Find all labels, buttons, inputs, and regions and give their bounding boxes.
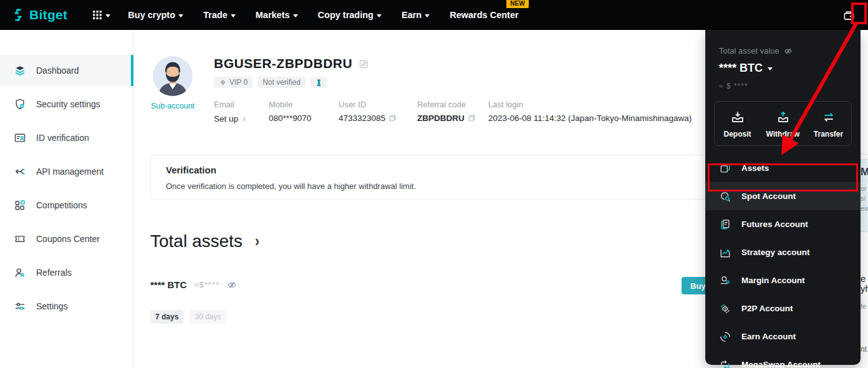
assets-wallet-icon [719,162,731,175]
pawn-badge[interactable] [311,77,327,88]
menu-buy-crypto[interactable]: Buy crypto [128,10,183,20]
panel-item-spot-account[interactable]: Spot Account [705,182,861,210]
sidebar-item-id-verification[interactable]: ID verification [0,122,133,153]
menu-earn[interactable]: Earn [402,10,430,20]
sidebar-item-label: Dashboard [36,65,79,75]
profile-fields: Email Set up Mobile 080***9070 User ID 4… [214,100,692,123]
earn-cycle-icon [719,331,731,343]
panel-item-futures-account[interactable]: Futures Account [705,210,861,238]
sub-account-label: Sub-account [150,102,195,110]
apps-grid-icon [92,10,102,20]
deposit-button[interactable]: Deposit [715,110,760,138]
panel-item-earn-account[interactable]: Earn Account [705,322,861,351]
sidebar-item-api-management[interactable]: API management [0,156,133,187]
asset-dropdown-panel: Total asset value **** BTC ≈ $ **** [705,30,861,365]
panel-item-megaswap-account[interactable]: MegaSwap Account [705,351,861,368]
panel-item-margin-account[interactable]: Margin Account [705,266,861,294]
sidebar-item-label: Coupons Center [36,234,100,244]
sidebar-item-settings[interactable]: Settings [0,291,133,322]
sidebar-item-coupons-center[interactable]: Coupons Center [0,223,133,254]
main-menu: Buy crypto Trade Markets Copy trading Ea… [128,10,518,20]
grid-squares-icon [14,199,26,211]
eye-off-icon[interactable] [784,47,793,56]
text-fragment: or [861,185,867,192]
panel-item-assets[interactable]: Assets [705,154,861,182]
apps-grid-button[interactable] [92,10,110,20]
not-verified-badge: Not verified [258,77,306,88]
field-last-login: Last login 2023-06-08 11:14:32 (Japan-To… [488,100,692,123]
sidebar-item-security-settings[interactable]: Security settings [0,89,133,120]
transfer-button[interactable]: Transfer [806,110,851,138]
margin-scale-icon [719,274,731,287]
panel-btc-amount[interactable]: **** BTC [705,62,861,75]
menu-label: Buy crypto [128,10,175,20]
field-email: Email Set up [214,100,269,123]
withdraw-button[interactable]: Withdraw [760,110,806,138]
sidebar-item-referrals[interactable]: Referrals [0,257,133,288]
total-assets-amount-row: **** BTC ≈$**** [150,279,237,290]
edit-icon[interactable] [359,59,369,69]
verification-title: Verification [166,165,706,175]
text-fragment: M [861,166,868,178]
tab-7-days[interactable]: 7 days [150,310,183,324]
text-fragment: fe [861,303,866,310]
bitget-logo[interactable]: Bitget [11,7,67,22]
strategy-chart-icon [719,246,731,259]
panel-item-strategy-account[interactable]: Strategy account [705,238,861,266]
menu-rewards-center[interactable]: Rewards Center NEW [450,10,518,20]
spot-circles-icon [719,190,731,203]
new-badge: NEW [506,0,528,8]
assets-wallet-button[interactable] [841,7,857,23]
sidebar-item-competitions[interactable]: Competitions [0,190,133,221]
top-navbar: Bitget Buy crypto Trade [0,0,868,30]
text-fragment: si [861,195,866,202]
menu-label: Markets [256,10,290,20]
sidebar-item-label: ID verification [36,133,89,143]
email-setup-link[interactable]: Set up [214,114,269,123]
vip-badge: VIP 0 [214,77,253,88]
menu-trade[interactable]: Trade [203,10,236,20]
eye-off-icon[interactable] [227,280,237,290]
tab-30-days[interactable]: 30 days [190,310,226,324]
copy-icon[interactable] [388,114,397,122]
menu-markets[interactable]: Markets [256,10,298,20]
total-assets-heading[interactable]: Total assets › [150,231,259,251]
shield-icon [14,98,26,110]
transfer-arrows-icon [821,110,836,125]
sidebar-item-label: API management [36,167,104,177]
copy-icon[interactable] [468,114,476,122]
total-assets-title: Total assets [150,231,243,251]
sidebar-item-label: Settings [36,301,68,311]
text-fragment: e [861,273,866,284]
sliders-icon [14,300,26,312]
p2p-diamond-icon: $ [719,303,731,315]
btc-amount-masked: **** BTC [150,279,186,290]
deposit-tray-icon [730,110,745,125]
usd-amount-masked: ≈$**** [194,280,219,289]
chevron-down-icon [377,14,382,17]
text-fragment: ew [861,205,868,212]
sidebar-item-label: Competitions [36,200,87,210]
panel-account-list: Assets Spot Account [705,154,861,368]
chevron-down-icon [293,14,298,17]
total-asset-value-label: Total asset value [705,46,861,56]
futures-doc-icon [719,218,731,231]
menu-copy-trading[interactable]: Copy trading [318,10,382,20]
field-user-id: User ID 4733323085 [339,100,417,123]
withdraw-tray-icon [776,110,791,125]
sidebar-item-dashboard[interactable]: Dashboard [0,55,133,86]
bitget-dashboard-page: Bitget Buy crypto Trade [0,0,868,368]
chevron-down-icon [425,14,430,17]
api-branch-icon [14,165,26,178]
avatar[interactable] [153,56,193,96]
field-mobile: Mobile 080***9070 [269,100,339,123]
svg-text:$: $ [724,306,726,310]
range-tabs: 7 days 30 days [150,310,226,324]
chevron-down-icon [178,14,183,17]
panel-item-p2p-account[interactable]: $ P2P Account [705,294,861,322]
menu-label: Trade [203,10,228,20]
text-fragment: yh [861,283,868,294]
brand-name: Bitget [29,7,67,22]
field-referral-code: Referral code ZBPDBDRU [417,100,488,123]
menu-label: Earn [402,10,422,20]
